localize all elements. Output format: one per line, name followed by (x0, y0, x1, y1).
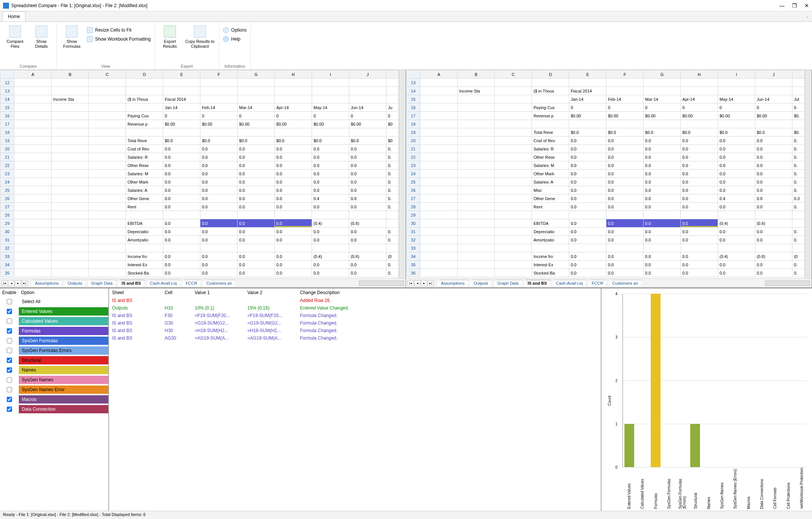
cell[interactable] (569, 120, 606, 128)
cell[interactable]: 0.0 (606, 153, 644, 161)
cell[interactable]: May-14 (312, 103, 349, 112)
cell[interactable]: Feb-14 (200, 103, 238, 112)
cell[interactable]: $0.0 (718, 128, 755, 137)
cell[interactable]: 0.0 (755, 228, 792, 236)
cell[interactable] (52, 252, 89, 261)
cell[interactable]: 0.0 (644, 161, 681, 170)
cell[interactable]: 0.0 (755, 170, 792, 178)
cell[interactable]: 0.0 (349, 261, 386, 269)
cell[interactable] (458, 211, 495, 219)
show-formulas-button[interactable]: Show Formulas (61, 25, 83, 49)
cell[interactable] (792, 244, 804, 252)
cell[interactable] (14, 244, 52, 252)
cell[interactable] (755, 120, 792, 128)
cell[interactable] (458, 153, 495, 161)
show-details-button[interactable]: Show Details (30, 25, 53, 49)
cell[interactable] (89, 170, 126, 178)
cell[interactable]: Income Sta (52, 95, 89, 103)
cell[interactable]: 0.0 (349, 228, 386, 236)
cell[interactable]: 0.0 (718, 161, 755, 170)
cell[interactable] (200, 79, 238, 87)
cell[interactable] (275, 95, 312, 103)
cell[interactable]: 0 (606, 103, 644, 112)
cell[interactable]: Stocked-Ba (126, 269, 163, 277)
cell[interactable] (532, 79, 569, 87)
cell[interactable] (718, 244, 755, 252)
cell[interactable] (386, 95, 398, 103)
cell[interactable] (275, 79, 312, 87)
cell[interactable] (89, 194, 126, 203)
cell[interactable]: Salaries: M (532, 161, 569, 170)
cell[interactable] (52, 228, 89, 236)
cell[interactable] (14, 219, 52, 228)
option-checkbox[interactable] (7, 338, 12, 343)
cell[interactable] (458, 244, 495, 252)
minimize-button[interactable]: — (779, 3, 785, 9)
cell[interactable]: (0.8) (755, 252, 792, 261)
ribbon-pin-icon[interactable]: ˄ (806, 16, 808, 21)
cell[interactable] (606, 79, 644, 87)
cell[interactable]: 0.0 (569, 203, 606, 211)
cell[interactable] (89, 178, 126, 186)
cell[interactable] (420, 95, 458, 103)
cell[interactable] (755, 87, 792, 95)
cell[interactable]: 0.0 (200, 236, 238, 244)
cell[interactable] (89, 186, 126, 194)
cell[interactable] (495, 261, 532, 269)
cell[interactable] (163, 211, 200, 219)
cell[interactable]: 0.0 (755, 236, 792, 244)
cell[interactable]: $0 (386, 120, 398, 128)
cell[interactable]: Other Gene (126, 194, 163, 203)
cell[interactable] (126, 103, 163, 112)
option-label[interactable]: Select All (19, 297, 108, 306)
cell[interactable]: $0.0 (312, 137, 349, 145)
cell[interactable]: 0. (792, 261, 804, 269)
cell[interactable] (14, 178, 52, 186)
cell[interactable]: 0.0 (238, 186, 275, 194)
cell[interactable] (89, 145, 126, 153)
tab-nav-next[interactable]: ▸ (15, 280, 21, 286)
cell[interactable] (126, 79, 163, 87)
option-label[interactable]: Entered Values (19, 307, 108, 316)
cell[interactable]: 0.0 (238, 236, 275, 244)
cell[interactable]: 0.0 (163, 170, 200, 178)
cell[interactable]: 0.0 (681, 261, 718, 269)
cell[interactable]: 0.0 (681, 145, 718, 153)
sheet-tab[interactable]: Customers an (608, 280, 642, 286)
cell[interactable] (89, 244, 126, 252)
cell[interactable] (532, 244, 569, 252)
cell[interactable] (52, 145, 89, 153)
show-wb-formatting-button[interactable]: Show Workbook Formatting (87, 35, 151, 43)
cell[interactable] (458, 137, 495, 145)
cell[interactable] (52, 194, 89, 203)
cell[interactable] (14, 261, 52, 269)
cell[interactable]: Salaries: R (126, 153, 163, 161)
cell[interactable]: ($ in Thous (532, 87, 569, 95)
option-label[interactable]: Names (19, 366, 108, 374)
option-label[interactable]: SysGen Names (19, 376, 108, 384)
cell[interactable]: 0.0 (275, 236, 312, 244)
tab-nav-first[interactable]: |◂ (408, 280, 414, 286)
cell[interactable] (420, 252, 458, 261)
cell[interactable] (14, 95, 52, 103)
cell[interactable]: (0.4) (312, 252, 349, 261)
cell[interactable] (458, 203, 495, 211)
cell[interactable] (644, 244, 681, 252)
cell[interactable] (14, 228, 52, 236)
cell[interactable] (89, 128, 126, 137)
cell[interactable]: 0. (792, 170, 804, 178)
cell[interactable]: 0.0 (644, 252, 681, 261)
option-checkbox[interactable] (7, 397, 12, 402)
cell[interactable] (89, 211, 126, 219)
cell[interactable]: 0.0 (755, 178, 792, 186)
cell[interactable] (792, 87, 804, 95)
cell[interactable]: 0.0 (349, 178, 386, 186)
cell[interactable]: 0.0 (163, 145, 200, 153)
sheet-hscroll[interactable] (359, 281, 404, 286)
cell[interactable]: 0.0 (275, 194, 312, 203)
cell[interactable]: $0.0 (606, 128, 644, 137)
cell[interactable]: 0.0 (569, 186, 606, 194)
cell[interactable]: Interest Ex (532, 261, 569, 269)
cell[interactable]: 0.0 (275, 228, 312, 236)
cell[interactable] (606, 87, 644, 95)
